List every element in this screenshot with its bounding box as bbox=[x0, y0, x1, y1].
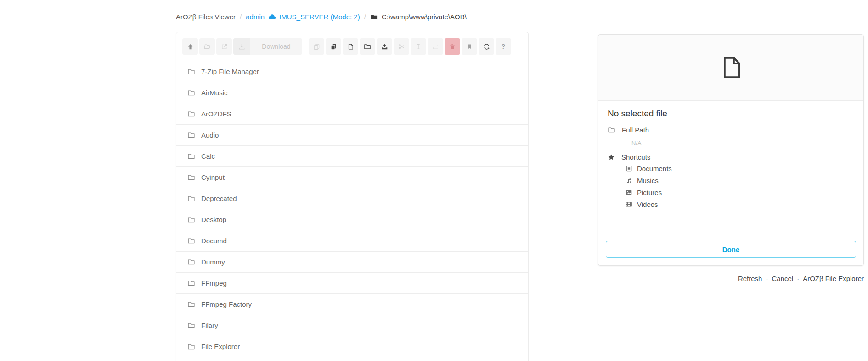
folder-icon bbox=[187, 279, 195, 287]
cut-scissors-icon bbox=[398, 43, 405, 50]
new-folder-icon bbox=[364, 43, 371, 50]
file-row[interactable]: AirMusic bbox=[176, 82, 528, 103]
bookmark-icon bbox=[467, 43, 473, 50]
current-path: C:\wamp\www\private\AOB\ bbox=[382, 13, 467, 21]
folder-icon bbox=[187, 195, 195, 202]
folder-icon bbox=[187, 152, 195, 160]
file-row[interactable]: Deprecated bbox=[176, 188, 528, 209]
file-row[interactable]: Cyinput bbox=[176, 167, 528, 188]
delete-button[interactable] bbox=[445, 38, 460, 55]
file-name: Cyinput bbox=[201, 173, 225, 181]
folder-icon bbox=[187, 321, 195, 329]
refresh-link[interactable]: Refresh bbox=[738, 275, 762, 282]
clone-button[interactable] bbox=[309, 38, 324, 55]
download-icon bbox=[233, 38, 250, 55]
shortcut-videos[interactable]: Videos bbox=[625, 201, 854, 208]
folder-icon bbox=[187, 68, 195, 75]
folder-icon bbox=[187, 300, 195, 308]
footer-links: Refresh · Cancel · ArOZβ File Explorer bbox=[738, 275, 864, 282]
open-external-button[interactable] bbox=[216, 38, 232, 55]
bookmark-button[interactable] bbox=[462, 38, 477, 55]
file-name: Filary bbox=[201, 321, 218, 329]
breadcrumb-separator: / bbox=[240, 13, 242, 21]
exchange-arrows-icon bbox=[432, 43, 439, 50]
refresh-button[interactable] bbox=[479, 38, 494, 55]
picture-icon bbox=[625, 189, 633, 196]
file-list: 7-Zip File Manager AirMusic ArOZDFS Audi… bbox=[176, 61, 528, 357]
paste-icon bbox=[330, 43, 337, 50]
file-row[interactable]: ArOZDFS bbox=[176, 103, 528, 125]
file-row[interactable]: FFmpeg Factory bbox=[176, 294, 528, 315]
folder-solid-icon bbox=[370, 13, 378, 21]
trash-icon bbox=[449, 43, 456, 50]
file-name: Desktop bbox=[201, 216, 226, 223]
new-file-button[interactable] bbox=[343, 38, 358, 55]
detail-header: No selected file bbox=[598, 101, 863, 121]
new-file-icon bbox=[347, 43, 354, 50]
help-button[interactable]: ? bbox=[496, 38, 511, 55]
file-name: Dummy bbox=[201, 258, 225, 266]
paste-button[interactable] bbox=[326, 38, 341, 55]
shortcut-pictures[interactable]: Pictures bbox=[625, 189, 854, 196]
music-note-icon bbox=[625, 178, 633, 184]
file-row[interactable]: File Explorer bbox=[176, 336, 528, 357]
file-row[interactable]: Filary bbox=[176, 315, 528, 336]
files-panel: Download bbox=[176, 32, 529, 361]
breadcrumb-separator: / bbox=[364, 13, 366, 21]
folder-icon bbox=[187, 343, 195, 350]
cancel-link[interactable]: Cancel bbox=[772, 275, 793, 282]
file-name: Calc bbox=[201, 152, 215, 160]
breadcrumb-user-link[interactable]: admin bbox=[246, 13, 265, 21]
upload-button[interactable] bbox=[377, 38, 392, 55]
full-path-label: Full Path bbox=[622, 126, 649, 134]
shortcut-label: Videos bbox=[637, 201, 658, 208]
file-name: FFmpeg bbox=[201, 279, 227, 287]
new-folder-button[interactable] bbox=[360, 38, 375, 55]
breadcrumb-server-link[interactable]: IMUS_SERVER (Mode: 2) bbox=[279, 13, 360, 21]
open-folder-icon bbox=[203, 43, 211, 50]
footer-separator: · bbox=[797, 275, 799, 282]
file-detail-card: No selected file Full Path N/A Shortcuts… bbox=[598, 34, 864, 266]
folder-icon bbox=[187, 237, 195, 245]
download-label: Download bbox=[250, 43, 302, 50]
file-name: File Explorer bbox=[201, 343, 240, 350]
shortcut-label: Musics bbox=[637, 177, 659, 184]
app-title: ArOZβ Files Viewer bbox=[176, 13, 236, 21]
shortcut-musics[interactable]: Musics bbox=[625, 177, 854, 184]
toolbar: Download bbox=[176, 32, 528, 61]
open-folder-button[interactable] bbox=[199, 38, 215, 55]
refresh-icon bbox=[483, 43, 490, 50]
file-preview-area bbox=[598, 35, 863, 101]
cloud-icon bbox=[268, 12, 276, 21]
shortcuts-row: Shortcuts bbox=[608, 153, 854, 161]
file-row[interactable]: Documd bbox=[176, 230, 528, 252]
file-name: AirMusic bbox=[201, 89, 228, 97]
file-row[interactable]: Dummy bbox=[176, 252, 528, 273]
file-row[interactable]: Audio bbox=[176, 125, 528, 146]
file-name: Deprecated bbox=[201, 195, 237, 202]
documents-icon bbox=[625, 165, 633, 172]
full-path-value: N/A bbox=[631, 140, 854, 147]
file-row[interactable]: Desktop bbox=[176, 209, 528, 230]
file-name: FFmpeg Factory bbox=[201, 300, 252, 308]
download-button[interactable]: Download bbox=[233, 38, 302, 55]
shortcut-documents[interactable]: Documents bbox=[625, 165, 854, 172]
go-up-button[interactable] bbox=[182, 38, 198, 55]
file-row[interactable]: Calc bbox=[176, 146, 528, 167]
move-button[interactable] bbox=[428, 38, 443, 55]
file-row[interactable]: 7-Zip File Manager bbox=[176, 61, 528, 82]
file-name: 7-Zip File Manager bbox=[201, 68, 259, 75]
download-icon bbox=[238, 43, 245, 50]
file-explorer-link[interactable]: ArOZβ File Explorer bbox=[803, 275, 864, 282]
clone-icon bbox=[313, 43, 320, 50]
folder-icon bbox=[187, 173, 195, 181]
folder-icon bbox=[187, 110, 195, 118]
file-name: ArOZDFS bbox=[201, 110, 231, 118]
done-button[interactable]: Done bbox=[606, 241, 856, 258]
folder-icon bbox=[187, 131, 195, 139]
shortcut-label: Documents bbox=[637, 165, 672, 172]
cut-button[interactable] bbox=[394, 38, 409, 55]
upload-icon bbox=[381, 43, 388, 50]
file-row[interactable]: FFmpeg bbox=[176, 273, 528, 294]
rename-button[interactable] bbox=[411, 38, 426, 55]
